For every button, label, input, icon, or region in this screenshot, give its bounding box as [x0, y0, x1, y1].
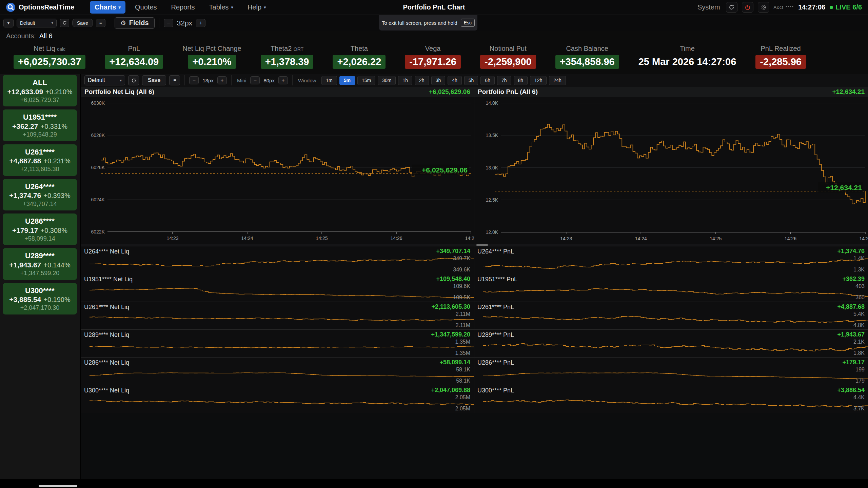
horizontal-scrollbar-thumb[interactable] — [39, 485, 77, 487]
accounts-label: Accounts: — [6, 32, 36, 40]
chart-plot-area[interactable]: 14.0K13.5K13.0K12.5K12.0K14:2314:2414:25… — [474, 97, 868, 244]
chevron-down-icon: ▾ — [118, 5, 121, 10]
mini-chart-u261-pnl[interactable]: U261**** PnL+4,887.685.4K4.8K — [474, 302, 868, 329]
accounts-value[interactable]: All 6 — [39, 32, 53, 40]
stat-label: PnL — [105, 45, 163, 53]
nav-item-quotes[interactable]: Quotes — [130, 1, 161, 14]
account-tile-all[interactable]: ALL+12,633.09+0.210%+6,025,729.37 — [3, 75, 77, 106]
font-decrease-button[interactable]: − — [164, 19, 173, 27]
mini-chart-u286-net-liq[interactable]: U286**** Net Liq+58,099.1458.1K58.1K — [81, 357, 474, 385]
range-button-15m[interactable]: 15m — [357, 76, 375, 85]
mini-chart-u289-pnl[interactable]: U289**** PnL+1,943.672.1K1.8K — [474, 329, 868, 357]
mini-chart-u1951-pnl[interactable]: U1951**** PnL+362.39403360 — [474, 274, 868, 302]
stat-value: +0.210% — [188, 55, 236, 69]
account-netliq: +6,025,729.37 — [4, 96, 76, 104]
font-increase-button[interactable]: + — [196, 19, 205, 27]
mini-chart-value: +2,047,069.88 — [431, 387, 470, 394]
account-tile-u289[interactable]: U289****+1,943.67+0.144%+1,347,599.20 — [3, 248, 77, 280]
mini-chart-u264-pnl[interactable]: U264**** PnL+1,374.761.4K1.3K — [474, 246, 868, 274]
mini-chart-title: U261**** PnL — [477, 304, 514, 311]
mini-axis-low: 1.8K — [853, 350, 865, 356]
nav-item-reports[interactable]: Reports — [166, 1, 200, 14]
account-tile-u300[interactable]: U300****+3,885.54+0.190%+2,047,170.30 — [3, 283, 77, 314]
mini-chart-value: +109,548.40 — [436, 276, 470, 283]
chart-font-increase-button[interactable]: + — [217, 76, 227, 84]
esc-key: Esc — [461, 19, 475, 27]
mini-chart-title: U264**** Net Liq — [84, 248, 129, 255]
mini-decrease-button[interactable]: − — [250, 76, 260, 84]
account-pct: +0.331% — [40, 123, 67, 130]
mini-chart-u300-net-liq[interactable]: U300**** Net Liq+2,047,069.882.05M2.05M — [81, 385, 474, 413]
layout-menu-button[interactable]: ≡ — [96, 19, 105, 27]
divider — [159, 18, 159, 28]
mini-charts-grid: U264**** Net Liq+349,707.14349.7K349.6KU… — [81, 246, 868, 413]
mini-chart-u286-pnl[interactable]: U286**** PnL+179.17199179 — [474, 357, 868, 385]
chart-font-decrease-button[interactable]: − — [189, 76, 199, 84]
chart-menu-button[interactable]: ≡ — [169, 75, 180, 85]
range-button-24h[interactable]: 24h — [549, 76, 566, 85]
layout-refresh-button[interactable] — [60, 19, 69, 27]
tooltip-text: To exit full screen, press and hold — [382, 20, 457, 26]
mini-increase-button[interactable]: + — [278, 76, 288, 84]
range-button-1h[interactable]: 1h — [398, 76, 412, 85]
mini-chart-u264-net-liq[interactable]: U264**** Net Liq+349,707.14349.7K349.6K — [81, 246, 474, 274]
layout-save-button[interactable]: Save — [72, 19, 93, 27]
stat-label: PnL Realized — [755, 45, 806, 53]
mini-label: Mini — [237, 78, 246, 83]
account-tile-u264[interactable]: U264****+1,374.76+0.393%+349,707.14 — [3, 179, 77, 210]
account-netliq: +2,047,170.30 — [4, 304, 76, 312]
layout-preset-select[interactable]: Default▾ — [17, 19, 57, 27]
refresh-button[interactable] — [726, 2, 737, 13]
range-button-3h[interactable]: 3h — [431, 76, 446, 85]
account-tile-u261[interactable]: U261****+4,887.68+0.231%+2,113,605.30 — [3, 144, 77, 176]
acct-mask: **** — [786, 5, 794, 10]
stat-value: +354,858.96 — [555, 55, 619, 69]
mini-chart-u261-net-liq[interactable]: U261**** Net Liq+2,113,605.302.11M2.11M — [81, 302, 474, 329]
account-tile-u286[interactable]: U286****+179.17+0.308%+58,099.14 — [3, 214, 77, 245]
range-button-8h[interactable]: 8h — [514, 76, 528, 85]
svg-text:14:25: 14:25 — [316, 236, 328, 241]
range-button-12h[interactable]: 12h — [530, 76, 547, 85]
range-button-5h[interactable]: 5h — [464, 76, 478, 85]
chart-netliq-all[interactable]: Portfolio Net Liq (All 6) +6,025,629.06 … — [81, 87, 474, 244]
range-button-6h[interactable]: 6h — [480, 76, 495, 85]
chart-toolbar: Default▾ Save ≡ − 13px + Mini − 80px + W… — [81, 74, 868, 87]
svg-text:14:26: 14:26 — [785, 236, 796, 241]
bottom-strip — [0, 479, 868, 488]
mini-chart-u1951-net-liq[interactable]: U1951**** Net Liq+109,548.40109.6K109.5K — [81, 274, 474, 302]
gear-icon: ⚙ — [120, 19, 126, 27]
svg-text:6022K: 6022K — [91, 229, 105, 235]
account-pct: +0.144% — [43, 261, 71, 269]
chart-pnl-all[interactable]: Portfolio PnL (All 6) +12,634.21 14.0K13… — [474, 87, 868, 244]
nav-item-help[interactable]: Help▾ — [243, 1, 271, 14]
range-button-7h[interactable]: 7h — [497, 76, 511, 85]
range-button-4h[interactable]: 4h — [448, 76, 462, 85]
chart-plot-area[interactable]: 6030K6028K6026K6024K6022K14:2314:2414:25… — [81, 97, 474, 244]
account-sidebar: ALL+12,633.09+0.210%+6,025,729.37U1951**… — [0, 74, 80, 488]
range-button-2h[interactable]: 2h — [415, 76, 429, 85]
range-button-5m[interactable]: 5m — [339, 76, 355, 85]
mini-chart-u300-pnl[interactable]: U300**** PnL+3,886.544.4K3.7K — [474, 385, 868, 413]
chart-font-size-value: 13px — [202, 78, 214, 83]
range-button-1m[interactable]: 1m — [321, 76, 337, 85]
nav-item-tables[interactable]: Tables▾ — [204, 1, 238, 14]
account-netliq: +2,113,605.30 — [4, 165, 76, 173]
mini-axis-low: 109.5K — [453, 294, 470, 301]
svg-text:6026K: 6026K — [91, 165, 105, 170]
stat-label: Net Liq calc — [14, 45, 85, 53]
nav-item-charts[interactable]: Charts▾ — [90, 1, 125, 14]
chart-refresh-button[interactable] — [128, 75, 139, 85]
mini-axis-high: 4.4K — [853, 394, 865, 401]
stat-time: Time25 Mar 2026 14:27:06 — [638, 45, 736, 69]
fields-button[interactable]: ⚙ Fields — [115, 17, 155, 29]
chart-save-button[interactable]: Save — [142, 75, 166, 85]
svg-text:+6,025,629.06: +6,025,629.06 — [422, 166, 468, 174]
account-tile-u1951[interactable]: U1951****+362.27+0.331%+109,548.29 — [3, 109, 77, 141]
chart-preset-select[interactable]: Default▾ — [84, 75, 125, 85]
account-pct: +0.231% — [43, 157, 71, 165]
range-button-30m[interactable]: 30m — [378, 76, 396, 85]
power-button[interactable] — [742, 2, 753, 13]
settings-button[interactable] — [758, 2, 769, 13]
mini-chart-u289-net-liq[interactable]: U289**** Net Liq+1,347,599.201.35M1.35M — [81, 329, 474, 357]
preset-caret-button[interactable]: ▼ — [3, 19, 14, 27]
